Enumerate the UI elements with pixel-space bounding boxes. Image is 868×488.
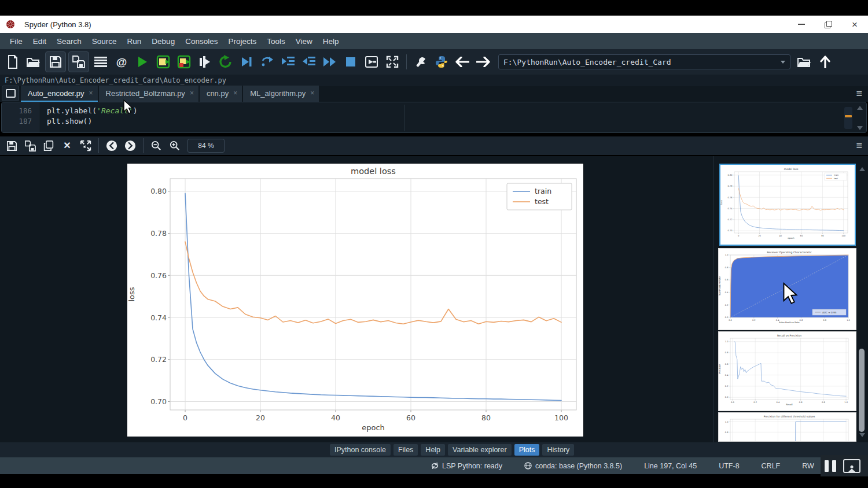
new-file-button[interactable] <box>2 51 23 72</box>
spyder-logo-icon <box>6 20 15 29</box>
pause-icon[interactable] <box>832 460 836 472</box>
parent-directory-button[interactable] <box>815 51 836 72</box>
debug-file-button[interactable] <box>236 51 257 72</box>
pane-divider[interactable] <box>713 156 713 442</box>
tab-cnn[interactable]: cnn.py × <box>200 86 242 102</box>
tab-plots[interactable]: Plots <box>514 444 540 456</box>
python-path-button[interactable] <box>431 51 452 72</box>
plots-toolbar: ✕ 84 % ≡ <box>0 136 868 155</box>
chevron-down-icon[interactable] <box>781 61 785 64</box>
debug-continue-button[interactable] <box>319 51 340 72</box>
tab-files[interactable]: Files <box>393 444 418 456</box>
stop-debug-button[interactable] <box>340 51 361 72</box>
lsp-icon <box>431 462 439 469</box>
maximize-pane-button[interactable] <box>382 51 403 72</box>
letterbox-top <box>0 0 868 16</box>
browse-tabs-button[interactable] <box>2 86 19 101</box>
forward-button[interactable] <box>473 51 494 72</box>
minimize-button[interactable] <box>788 16 815 33</box>
tab-label: Auto_encoder.py <box>28 89 84 98</box>
menu-edit[interactable]: Edit <box>28 35 52 48</box>
tab-close-icon[interactable]: × <box>89 89 93 97</box>
file-switcher-button[interactable] <box>90 51 111 72</box>
tab-ml-algorithm[interactable]: ML_algorithm.py × <box>243 86 319 102</box>
menu-projects[interactable]: Projects <box>223 35 262 48</box>
tab-help[interactable]: Help <box>421 444 445 456</box>
save-all-button[interactable] <box>68 51 89 72</box>
debug-step-into-button[interactable] <box>278 51 299 72</box>
thumbnail-model-loss[interactable]: 0204060801000.700.720.740.760.780.80mode… <box>719 164 856 246</box>
save-plot-button[interactable] <box>2 138 21 154</box>
open-file-button[interactable] <box>23 51 44 72</box>
svg-text:0.76: 0.76 <box>150 271 167 280</box>
thumbnail-roc-chart: 0.00.20.40.60.81.00.00.20.40.60.81.0Rece… <box>719 249 852 326</box>
restore-button[interactable] <box>815 16 841 33</box>
picture-in-picture-icon[interactable] <box>843 459 860 473</box>
tab-restricted-boltzman[interactable]: Restricted_Boltzman.py × <box>99 86 198 102</box>
tab-close-icon[interactable]: × <box>310 89 314 97</box>
menu-view[interactable]: View <box>290 35 318 48</box>
plots-options-button[interactable]: ≡ <box>856 141 862 151</box>
zoom-level-field[interactable]: 84 % <box>187 139 225 153</box>
menu-debug[interactable]: Debug <box>146 35 180 48</box>
run-button[interactable] <box>132 51 153 72</box>
thumbs-scroll-up-button[interactable] <box>859 167 865 171</box>
save-button[interactable] <box>45 51 66 72</box>
working-directory-input[interactable]: F:\PythonRun\Auto_Encoder_credit_Card <box>498 54 790 69</box>
tab-history[interactable]: History <box>542 444 574 456</box>
tab-variable-explorer[interactable]: Variable explorer <box>448 444 512 456</box>
menu-run[interactable]: Run <box>122 35 147 48</box>
previous-plot-button[interactable] <box>102 138 121 154</box>
back-button[interactable] <box>452 51 473 72</box>
cursor-position-text: Line 197, Col 45 <box>644 462 697 470</box>
working-directory-value: F:\PythonRun\Auto_Encoder_credit_Card <box>503 58 671 66</box>
browse-directory-button[interactable] <box>794 51 815 72</box>
svg-text:1.0: 1.0 <box>844 401 848 404</box>
pause-icon[interactable] <box>825 460 829 472</box>
remove-plot-button[interactable]: ✕ <box>58 138 76 154</box>
svg-text:60: 60 <box>800 235 803 237</box>
next-plot-button[interactable] <box>121 138 139 154</box>
debug-step-return-button[interactable] <box>299 51 319 72</box>
menu-search[interactable]: Search <box>52 35 87 48</box>
thumbs-scrollbar[interactable] <box>859 349 865 432</box>
svg-text:Precision for different thresh: Precision for different threshold values <box>764 415 815 418</box>
menu-file[interactable]: File <box>5 35 28 48</box>
tab-close-icon[interactable]: × <box>190 89 194 97</box>
menu-consoles[interactable]: Consoles <box>180 35 223 48</box>
svg-text:0.0: 0.0 <box>725 396 729 398</box>
fit-plot-button[interactable] <box>76 138 95 154</box>
tab-options-button[interactable]: ≡ <box>856 88 862 99</box>
thumbnail-recall-precision[interactable]: 0.00.20.40.60.81.00.00.20.40.60.81.0Reca… <box>718 331 856 411</box>
code-editor[interactable]: 186 plt.ylabel('Recall') 187 plt.show() <box>1 102 867 133</box>
rerun-button[interactable] <box>215 51 236 72</box>
plots-toolbar-separator <box>98 138 99 153</box>
save-all-plots-button[interactable] <box>21 138 39 154</box>
tab-ipython-console[interactable]: IPython console <box>330 444 391 456</box>
zoom-in-button[interactable] <box>165 138 184 154</box>
editor-scroll-arrows[interactable] <box>856 106 864 130</box>
tab-close-icon[interactable]: × <box>233 89 237 97</box>
symbol-finder-button[interactable]: @ <box>111 51 132 72</box>
up-arrow-icon <box>820 56 830 68</box>
main-figure[interactable]: 0204060801000.700.720.740.760.780.80mode… <box>127 164 583 437</box>
lsp-status-text: LSP Python: ready <box>442 462 502 470</box>
editor-scrollbar[interactable] <box>844 107 852 129</box>
thumbnail-roc[interactable]: 0.00.20.40.60.81.00.00.20.40.60.81.0Rece… <box>718 248 856 330</box>
run-selection-button[interactable] <box>194 51 215 72</box>
preferences-button[interactable] <box>410 51 431 72</box>
menu-source[interactable]: Source <box>87 35 122 48</box>
copy-plot-button[interactable] <box>39 138 58 154</box>
maximize-pane-icon <box>386 56 399 68</box>
thumbs-scroll-down-button[interactable] <box>859 433 865 437</box>
run-cell-advance-button[interactable] <box>174 51 194 72</box>
debug-step-over-button[interactable] <box>257 51 278 72</box>
zoom-out-button[interactable] <box>147 138 165 154</box>
close-button[interactable]: × <box>841 16 868 33</box>
run-cell-button[interactable] <box>153 51 174 72</box>
menu-tools[interactable]: Tools <box>262 35 290 48</box>
tab-auto-encoder[interactable]: Auto_encoder.py × <box>21 86 98 102</box>
switch-console-button[interactable] <box>361 51 382 72</box>
thumbnail-precision-threshold[interactable]: 0.00.20.40.60.81.00.81.0Precision for di… <box>718 412 856 442</box>
menu-help[interactable]: Help <box>318 35 344 48</box>
